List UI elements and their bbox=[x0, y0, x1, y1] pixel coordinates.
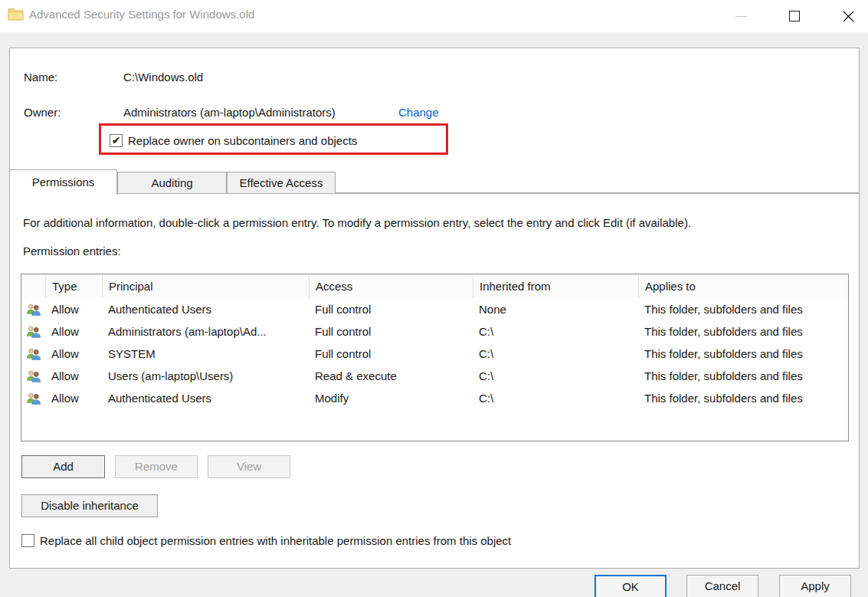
cell-principal: SYSTEM bbox=[102, 343, 309, 365]
cell-type: Allow bbox=[45, 343, 102, 365]
permissions-description: For additional information, double-click… bbox=[23, 216, 691, 229]
cell-access: Full control bbox=[309, 298, 473, 320]
close-button[interactable] bbox=[830, 0, 866, 32]
maximize-icon bbox=[789, 11, 800, 21]
column-header-applies-to[interactable]: Applies to bbox=[638, 274, 848, 298]
replace-owner-checkbox-label[interactable]: Replace owner on subcontainers and objec… bbox=[128, 134, 357, 147]
cell-principal: Administrators (am-laptop\Ad... bbox=[102, 320, 309, 343]
tab-auditing[interactable]: Auditing bbox=[117, 172, 227, 195]
column-header-icon bbox=[21, 274, 45, 298]
cell-type: Allow bbox=[45, 365, 102, 387]
cell-applies-to: This folder, subfolders and files bbox=[638, 343, 848, 365]
cell-principal: Authenticated Users bbox=[102, 298, 309, 320]
cell-applies-to: This folder, subfolders and files bbox=[638, 320, 848, 343]
apply-button[interactable]: Apply bbox=[779, 575, 851, 597]
table-row[interactable]: Allow Administrators (am-laptop\Ad... Fu… bbox=[21, 320, 848, 343]
remove-button[interactable]: Remove bbox=[115, 455, 198, 478]
folder-icon bbox=[8, 7, 24, 21]
column-header-inherited-from[interactable]: Inherited from bbox=[473, 274, 638, 298]
column-header-principal[interactable]: Principal bbox=[102, 274, 309, 298]
cell-applies-to: This folder, subfolders and files bbox=[638, 365, 848, 387]
cell-applies-to: This folder, subfolders and files bbox=[638, 387, 848, 409]
table-row[interactable]: Allow Users (am-laptop\Users) Read & exe… bbox=[21, 365, 848, 387]
cell-type: Allow bbox=[45, 320, 102, 343]
column-header-type[interactable]: Type bbox=[45, 274, 102, 298]
cell-inherited-from: C:\ bbox=[473, 320, 638, 343]
close-icon bbox=[843, 11, 854, 22]
replace-owner-checkbox[interactable] bbox=[110, 134, 123, 147]
owner-label: Owner: bbox=[24, 106, 61, 119]
advanced-security-settings-dialog: Advanced Security Settings for Windows.o… bbox=[0, 0, 868, 597]
change-owner-link[interactable]: Change bbox=[398, 106, 439, 119]
tab-effective-access-label: Effective Access bbox=[240, 176, 323, 189]
users-icon bbox=[21, 298, 45, 320]
cancel-button[interactable]: Cancel bbox=[686, 575, 758, 597]
tab-auditing-label: Auditing bbox=[151, 176, 192, 189]
tab-effective-access[interactable]: Effective Access bbox=[227, 172, 336, 195]
users-icon bbox=[21, 387, 45, 409]
cell-type: Allow bbox=[45, 298, 102, 320]
table-row[interactable]: Allow Authenticated Users Full control N… bbox=[21, 298, 848, 320]
users-icon bbox=[21, 320, 45, 343]
replace-child-permissions-label[interactable]: Replace all child object permission entr… bbox=[40, 534, 511, 547]
users-icon bbox=[21, 343, 45, 365]
cell-inherited-from: C:\ bbox=[473, 387, 638, 409]
tab-permissions[interactable]: Permissions bbox=[9, 169, 117, 195]
add-button[interactable]: Add bbox=[21, 455, 105, 478]
view-button[interactable]: View bbox=[208, 455, 290, 478]
name-value: C:\Windows.old bbox=[123, 71, 203, 84]
maximize-button[interactable] bbox=[777, 0, 812, 32]
cell-access: Full control bbox=[309, 320, 473, 343]
cell-principal: Users (am-laptop\Users) bbox=[102, 365, 309, 387]
cell-access: Read & execute bbox=[309, 365, 473, 387]
permission-entries-table[interactable]: Type Principal Access Inherited from App… bbox=[21, 274, 849, 441]
cell-inherited-from: C:\ bbox=[473, 365, 638, 387]
ok-button[interactable]: OK bbox=[594, 575, 667, 597]
table-row[interactable]: Allow SYSTEM Full control C:\ This folde… bbox=[21, 343, 848, 365]
tab-permissions-label: Permissions bbox=[32, 175, 95, 189]
table-row[interactable]: Allow Authenticated Users Modify C:\ Thi… bbox=[21, 387, 848, 409]
minimize-icon bbox=[735, 16, 747, 17]
cell-applies-to: This folder, subfolders and files bbox=[638, 298, 848, 320]
cell-access: Full control bbox=[309, 343, 473, 365]
disable-inheritance-button[interactable]: Disable inheritance bbox=[21, 494, 158, 517]
cell-type: Allow bbox=[45, 387, 102, 409]
users-icon bbox=[21, 365, 45, 387]
cell-inherited-from: None bbox=[473, 298, 638, 320]
permissions-tab-page: For additional information, double-click… bbox=[9, 193, 860, 569]
cell-principal: Authenticated Users bbox=[102, 387, 309, 409]
minimize-button[interactable] bbox=[723, 0, 758, 32]
title-bar: Advanced Security Settings for Windows.o… bbox=[0, 0, 868, 32]
table-header-row: Type Principal Access Inherited from App… bbox=[21, 274, 848, 298]
permission-entries-label: Permission entries: bbox=[23, 244, 121, 257]
cell-access: Modify bbox=[309, 387, 473, 409]
table-body: Allow Authenticated Users Full control N… bbox=[21, 298, 848, 409]
column-header-access[interactable]: Access bbox=[309, 274, 473, 298]
replace-child-permissions-checkbox[interactable] bbox=[21, 534, 34, 547]
owner-value: Administrators (am-laptop\Administrators… bbox=[123, 106, 336, 119]
name-label: Name: bbox=[24, 71, 57, 84]
cell-inherited-from: C:\ bbox=[473, 343, 638, 365]
window-title: Advanced Security Settings for Windows.o… bbox=[29, 8, 254, 21]
